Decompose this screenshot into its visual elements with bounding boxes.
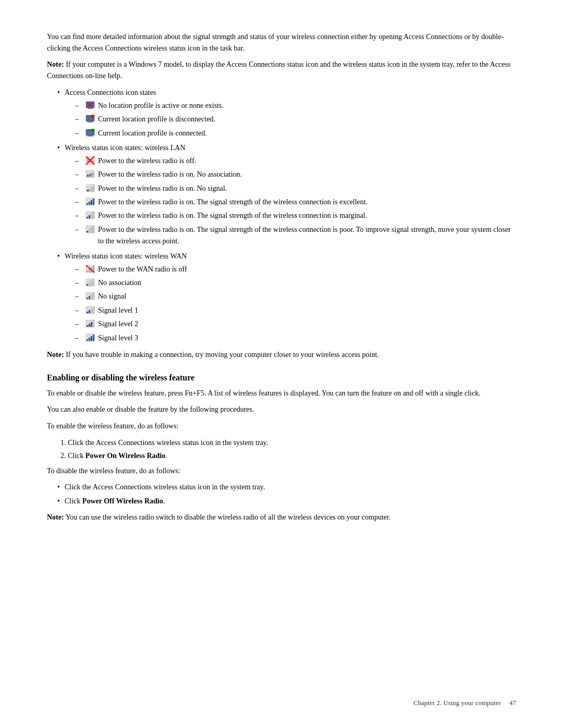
svg-rect-72 <box>89 338 90 341</box>
wifi-off-icon <box>85 156 95 165</box>
svg-rect-22 <box>91 172 93 177</box>
svg-rect-16 <box>92 160 94 162</box>
svg-rect-7 <box>87 122 93 122</box>
svg-rect-71 <box>87 339 88 341</box>
svg-rect-36 <box>89 215 90 218</box>
svg-rect-20 <box>87 175 89 177</box>
svg-rect-51 <box>87 284 88 286</box>
note2-text: If you have trouble in making a connecti… <box>64 351 379 359</box>
ac-disconnected-icon <box>85 114 95 124</box>
power-on-label: Power On Wireless Radio <box>85 452 165 460</box>
svg-rect-27 <box>91 187 93 191</box>
wlan-excellent-text: Power to the wireless radio is on. The s… <box>98 196 368 208</box>
svg-rect-64 <box>93 307 94 313</box>
svg-rect-40 <box>87 231 88 232</box>
list-item-wwan: Wireless status icon states: wireless WA… <box>57 251 516 344</box>
wlan-poor: Power to the wireless radio is on. The s… <box>75 224 516 248</box>
intro-para1: You can find more detailed information a… <box>47 31 516 54</box>
svg-rect-32 <box>91 200 92 205</box>
wwan-off: Power to the WAN radio is off <box>75 264 516 275</box>
svg-rect-2 <box>87 108 93 109</box>
wwan-sig1: Signal level 1 <box>75 305 516 316</box>
enable-step-2: Click Power On Wireless Radio. <box>68 450 516 461</box>
wifi-on-nosig-icon <box>85 183 95 193</box>
svg-rect-45 <box>87 270 88 272</box>
svg-rect-66 <box>87 325 88 327</box>
section-heading: Enabling or disabling the wireless featu… <box>47 373 516 382</box>
wan-noassoc-icon <box>85 278 95 287</box>
svg-rect-52 <box>89 282 90 286</box>
ac-disconnected-text: Current location profile is disconnected… <box>98 114 215 125</box>
ac-sub-item-2: Current location profile is connected. <box>75 128 516 139</box>
power-off-label: Power Off Wireless Radio <box>82 497 163 505</box>
footer-chapter: Chapter 2. Using your computer <box>413 699 501 707</box>
wan-sig2-text: Signal level 2 <box>98 318 138 330</box>
list-item-wlan: Wireless status icon states: wireless LA… <box>57 142 516 248</box>
wan-sig3-icon <box>85 333 95 342</box>
svg-rect-38 <box>93 212 94 218</box>
svg-rect-25 <box>87 190 89 191</box>
wlan-marginal-text: Power to the wireless radio is on. The s… <box>98 210 367 221</box>
wwan-sig3: Signal level 3 <box>75 332 516 344</box>
wlan-excellent: Power to the wireless radio is on. The s… <box>75 196 516 208</box>
wlan-on-nosig-text: Power to the wireless radio is on. No si… <box>98 183 227 194</box>
disable-list: Click the Access Connections wireless st… <box>57 482 516 507</box>
svg-rect-23 <box>93 171 94 177</box>
svg-rect-56 <box>87 298 88 299</box>
ac-no-profile-text: No location profile is active or none ex… <box>98 100 224 112</box>
wlan-on-noassoc: Power to the wireless radio is on. No as… <box>75 169 516 180</box>
wwan-label: Wireless status icon states: wireless WA… <box>65 252 187 260</box>
svg-rect-6 <box>88 121 92 122</box>
svg-rect-74 <box>93 335 94 341</box>
ac-sub-list: No location profile is active or none ex… <box>75 100 516 139</box>
wwan-nosig: No signal <box>75 291 516 302</box>
section-para2: You can also enable or disable the featu… <box>47 404 516 415</box>
disable-bullet-1: Click the Access Connections wireless st… <box>57 482 516 492</box>
svg-rect-1 <box>88 107 92 108</box>
wlan-off-text: Power to the wireless radio is off. <box>98 155 196 167</box>
enable-steps-list: Click the Access Connections wireless st… <box>68 437 516 461</box>
enable-intro: To enable the wireless feature, do as fo… <box>47 421 516 432</box>
wwan-sub-list: Power to the WAN radio is off No associa… <box>75 264 516 344</box>
wan-noassoc-text: No association <box>98 277 141 289</box>
note2: Note: If you have trouble in making a co… <box>47 349 516 361</box>
svg-rect-67 <box>89 324 90 327</box>
svg-rect-41 <box>89 229 90 232</box>
ac-no-profile-icon <box>85 101 95 110</box>
wan-off-icon <box>85 264 95 274</box>
svg-point-12 <box>91 129 94 132</box>
svg-rect-61 <box>87 312 88 313</box>
wlan-label: Wireless status icon states: wireless LA… <box>65 144 186 152</box>
svg-rect-10 <box>88 135 92 136</box>
footer: Chapter 2. Using your computer 47 <box>413 699 516 707</box>
wifi-on-noassoc-icon <box>85 169 95 179</box>
wan-off-text: Power to the WAN radio is off <box>98 264 187 275</box>
wlan-on-noassoc-text: Power to the wireless radio is on. No as… <box>98 169 242 180</box>
svg-rect-54 <box>93 279 94 286</box>
main-list: Access Connections icon states No locati <box>57 87 516 344</box>
wlan-on-nosig: Power to the wireless radio is on. No si… <box>75 183 516 194</box>
enable-step-1: Click the Access Connections wireless st… <box>68 437 516 448</box>
note2-bold: Note: <box>47 351 64 359</box>
svg-rect-69 <box>93 320 94 327</box>
svg-rect-11 <box>87 136 93 137</box>
svg-rect-42 <box>91 228 92 232</box>
note3-text: You can use the wireless radio switch to… <box>64 513 391 521</box>
note3-bold: Note: <box>47 513 64 521</box>
ac-connected-text: Current location profile is connected. <box>98 128 207 139</box>
ac-sub-item-0: No location profile is active or none ex… <box>75 100 516 112</box>
svg-rect-37 <box>91 214 92 218</box>
wwan-sig2: Signal level 2 <box>75 318 516 330</box>
wan-sig3-text: Signal level 3 <box>98 332 138 344</box>
svg-rect-58 <box>91 294 92 299</box>
wan-nosig-text: No signal <box>98 291 126 302</box>
svg-rect-26 <box>89 189 91 191</box>
svg-rect-21 <box>89 174 91 177</box>
ac-sub-item-1: Current location profile is disconnected… <box>75 114 516 125</box>
svg-rect-53 <box>91 281 92 286</box>
svg-rect-35 <box>87 217 88 218</box>
wifi-marginal-icon <box>85 211 95 220</box>
svg-rect-57 <box>89 296 90 299</box>
svg-rect-62 <box>89 310 90 313</box>
note3: Note: You can use the wireless radio swi… <box>47 512 516 523</box>
